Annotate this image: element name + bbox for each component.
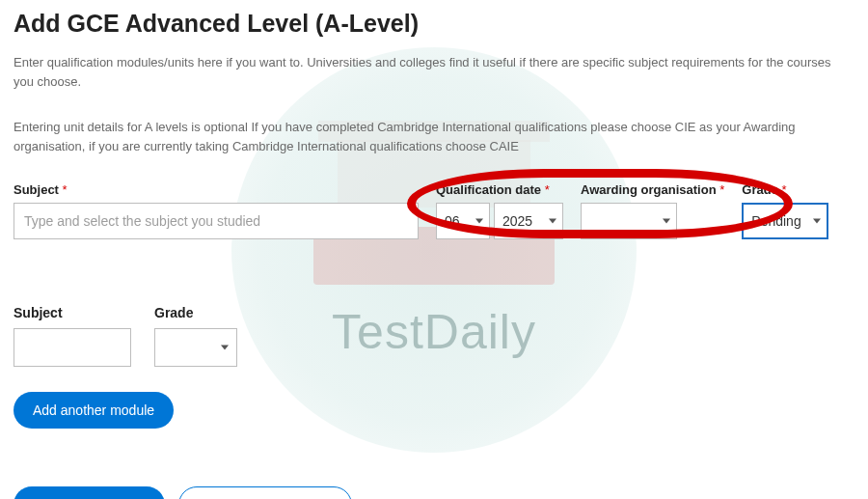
unit-grade-label: Grade bbox=[154, 305, 237, 320]
chevron-down-icon bbox=[549, 219, 556, 224]
page-title: Add GCE Advanced Level (A-Level) bbox=[14, 10, 854, 38]
chevron-down-icon bbox=[663, 219, 670, 224]
intro-text-2: Entering unit details for A levels is op… bbox=[14, 118, 854, 155]
unit-grade-select[interactable] bbox=[154, 328, 237, 367]
qual-year-select[interactable]: 2025 bbox=[494, 203, 563, 239]
grade-label-text: Grade bbox=[742, 182, 778, 197]
required-asterisk: * bbox=[545, 182, 550, 197]
grade-select[interactable]: Pending bbox=[742, 203, 828, 239]
required-asterisk: * bbox=[719, 182, 724, 197]
add-module-button[interactable]: Add another module bbox=[14, 392, 174, 429]
qual-month-select[interactable]: 06 bbox=[436, 203, 490, 239]
save-button[interactable]: Save qualifications bbox=[14, 486, 165, 499]
unit-subject-label: Subject bbox=[14, 305, 131, 320]
grade-label: Grade * bbox=[742, 182, 828, 197]
qual-date-label: Qualification date * bbox=[436, 182, 563, 197]
save-add-another-button[interactable]: Save and add another bbox=[178, 486, 352, 499]
required-asterisk: * bbox=[782, 182, 787, 197]
subject-label-text: Subject bbox=[14, 182, 59, 197]
required-asterisk: * bbox=[63, 182, 68, 197]
chevron-down-icon bbox=[221, 346, 229, 350]
grade-value: Pending bbox=[751, 213, 800, 229]
chevron-down-icon bbox=[813, 219, 821, 224]
award-org-select[interactable] bbox=[581, 203, 677, 239]
cancel-button[interactable]: Cancel bbox=[366, 486, 447, 499]
award-org-label: Awarding organisation * bbox=[581, 182, 724, 197]
qual-date-label-text: Qualification date bbox=[436, 182, 541, 197]
unit-subject-input[interactable] bbox=[14, 328, 131, 367]
award-org-label-text: Awarding organisation bbox=[581, 182, 717, 197]
qual-year-value: 2025 bbox=[502, 213, 532, 229]
intro-text-1: Enter qualification modules/units here i… bbox=[14, 53, 854, 91]
qual-month-value: 06 bbox=[445, 213, 460, 229]
subject-label: Subject * bbox=[14, 182, 419, 197]
subject-input[interactable] bbox=[14, 203, 419, 239]
chevron-down-icon bbox=[475, 219, 483, 224]
